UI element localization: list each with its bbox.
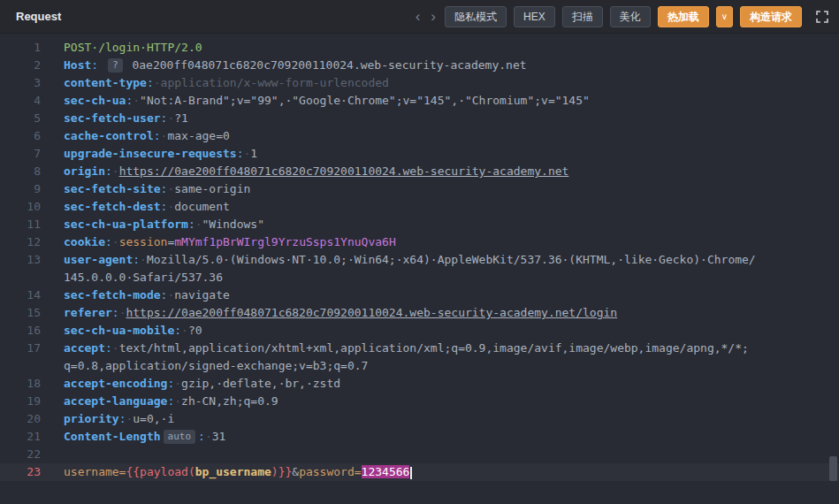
- code-line[interactable]: 145.0.0.0·Safari/537.36: [0, 269, 839, 286]
- code-segment: ·: [112, 235, 119, 248]
- code-line[interactable]: 20priority:·u=0,·i: [0, 410, 839, 428]
- code-line[interactable]: 2Host: ? 0ae200ff048071c6820c70920011002…: [0, 57, 839, 74]
- code-segment: POST·/login·HTTP/2.0: [64, 41, 202, 54]
- line-number: 7: [0, 145, 41, 163]
- code-text: upgrade-insecure-requests:·1: [41, 145, 257, 163]
- line-number: 12: [0, 233, 41, 251]
- code-text: accept-encoding:·gzip,·deflate,·br,·zstd: [41, 375, 340, 393]
- code-text: username={{payload(bp_username)}}&passwo…: [41, 463, 412, 481]
- privacy-mode-button[interactable]: 隐私模式: [445, 6, 507, 27]
- code-segment: ·: [112, 164, 119, 178]
- code-segment: Mozilla/5.0·(Windows·NT·10.0;·Win64;·x64…: [147, 253, 756, 266]
- hot-reload-button[interactable]: 热加载: [658, 6, 709, 27]
- code-segment: &: [292, 465, 299, 478]
- code-line[interactable]: 21Content-Lengthauto:·31: [0, 428, 839, 446]
- line-number: 21: [0, 428, 41, 446]
- code-segment: https://0ae200ff048071c6820c709200110024…: [126, 306, 617, 319]
- code-line[interactable]: 9sec-fetch-site:·same-origin: [0, 180, 839, 198]
- code-segment: referer: [64, 306, 112, 319]
- code-segment: ?1: [174, 111, 188, 125]
- beautify-button[interactable]: 美化: [610, 6, 651, 27]
- scrollbar-thumb[interactable]: [829, 456, 837, 481]
- code-segment: ·: [205, 430, 212, 443]
- code-segment: Host: [64, 58, 91, 72]
- code-segment: :: [174, 324, 181, 337]
- code-segment: :: [105, 164, 112, 178]
- code-segment: max-age=0: [167, 129, 229, 142]
- line-number: 14: [0, 286, 41, 304]
- code-line[interactable]: 1POST·/login·HTTP/2.0: [0, 39, 839, 57]
- code-line[interactable]: q=0.8,application/signed-exchange;v=b3;q…: [0, 357, 839, 375]
- code-line[interactable]: 4sec-ch-ua:·"Not:A-Brand";v="99",·"Googl…: [0, 92, 839, 110]
- code-line[interactable]: 19accept-language:·zh-CN,zh;q=0.9: [0, 393, 839, 410]
- code-text: POST·/login·HTTP/2.0: [41, 39, 202, 57]
- toolbar: Request ‹ › 隐私模式 HEX 扫描 美化 热加载 ∨ 构造请求: [0, 0, 839, 34]
- code-segment: :: [112, 306, 119, 319]
- code-line[interactable]: 14sec-fetch-mode:·navigate: [0, 286, 839, 304]
- build-request-button[interactable]: 构造请求: [740, 6, 802, 27]
- code-line[interactable]: 17accept:·text/html,application/xhtml+xm…: [0, 340, 839, 357]
- code-text: sec-fetch-mode:·navigate: [41, 286, 230, 304]
- line-number: 6: [0, 127, 41, 145]
- code-segment: application/x-www-form-urlencoded: [161, 76, 389, 89]
- code-text: q=0.8,application/signed-exchange;v=b3;q…: [41, 357, 368, 375]
- code-line[interactable]: 22: [0, 446, 839, 463]
- code-line[interactable]: 5sec-fetch-user:·?1: [0, 110, 839, 127]
- history-forward-icon[interactable]: ›: [429, 9, 438, 24]
- code-segment: https://0ae200ff048071c6820c709200110024…: [119, 164, 569, 178]
- code-segment: same-origin: [174, 182, 250, 195]
- inlay-hint-badge: auto: [164, 430, 196, 444]
- line-number: 8: [0, 163, 41, 180]
- code-segment: sec-fetch-site: [64, 182, 161, 195]
- panel-title: Request: [16, 10, 61, 23]
- code-text: sec-fetch-user:·?1: [41, 110, 188, 127]
- code-line[interactable]: 23username={{payload(bp_username)}}&pass…: [0, 463, 839, 481]
- code-text: sec-ch-ua-platform:·"Windows": [41, 216, 264, 233]
- code-segment: 1: [250, 147, 257, 160]
- code-segment: :: [133, 253, 140, 266]
- code-rows: 1POST·/login·HTTP/2.02Host: ? 0ae200ff04…: [0, 39, 839, 481]
- chevron-down-icon: ∨: [721, 11, 728, 21]
- code-line[interactable]: 12cookie:·session=mMYmf1pBrWIrgl9YrzuSsp…: [0, 233, 839, 251]
- hex-button[interactable]: HEX: [514, 6, 555, 27]
- code-line[interactable]: 6cache-control:·max-age=0: [0, 127, 839, 145]
- code-segment: content-type: [64, 76, 147, 89]
- line-number: 23: [0, 463, 41, 481]
- hot-reload-dropdown-button[interactable]: ∨: [716, 6, 733, 27]
- line-number: 15: [0, 304, 41, 322]
- line-number: 20: [0, 410, 41, 428]
- code-segment: navigate: [174, 288, 230, 302]
- code-line[interactable]: 13user-agent:·Mozilla/5.0·(Windows·NT·10…: [0, 251, 839, 269]
- code-segment: Content-Length: [64, 430, 161, 443]
- code-line[interactable]: 16sec-ch-ua-mobile:·?0: [0, 322, 839, 340]
- code-segment: priority: [64, 412, 119, 425]
- line-number: [0, 357, 41, 375]
- request-editor[interactable]: 1POST·/login·HTTP/2.02Host: ? 0ae200ff04…: [0, 34, 839, 504]
- text-cursor: [410, 467, 412, 479]
- code-segment: cache-control: [64, 129, 154, 142]
- code-line[interactable]: 18accept-encoding:·gzip,·deflate,·br,·zs…: [0, 375, 839, 393]
- line-number: 16: [0, 322, 41, 340]
- code-text: 145.0.0.0·Safari/537.36: [41, 269, 223, 286]
- code-line[interactable]: 15referer:·https://0ae200ff048071c6820c7…: [0, 304, 839, 322]
- code-segment: sec-fetch-mode: [64, 288, 161, 302]
- expand-button[interactable]: [814, 9, 830, 25]
- code-segment: ·: [133, 94, 140, 107]
- code-segment: :: [154, 129, 161, 142]
- code-text: cache-control:·max-age=0: [41, 127, 230, 145]
- history-back-icon[interactable]: ‹: [414, 9, 423, 24]
- line-number: 18: [0, 375, 41, 393]
- line-number: 13: [0, 251, 41, 269]
- code-line[interactable]: 3content-type:·application/x-www-form-ur…: [0, 74, 839, 92]
- code-segment: [98, 58, 105, 72]
- code-line[interactable]: 7upgrade-insecure-requests:·1: [0, 145, 839, 163]
- code-segment: zh-CN,zh;q=0.9: [181, 394, 278, 408]
- code-segment: u=0,·i: [133, 412, 174, 425]
- code-line[interactable]: 8origin:·https://0ae200ff048071c6820c709…: [0, 163, 839, 180]
- code-line[interactable]: 10sec-fetch-dest:·document: [0, 198, 839, 216]
- code-line[interactable]: 11sec-ch-ua-platform:·"Windows": [0, 216, 839, 233]
- line-number: 10: [0, 198, 41, 216]
- scan-button[interactable]: 扫描: [562, 6, 603, 27]
- code-segment: )}}: [271, 465, 292, 478]
- code-segment: ·: [174, 394, 181, 408]
